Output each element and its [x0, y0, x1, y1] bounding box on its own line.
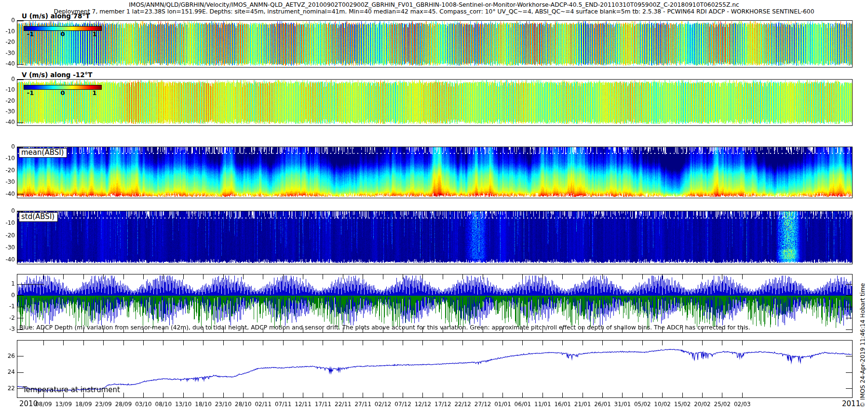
x-axis-tick	[303, 393, 303, 397]
x-axis-tick	[443, 328, 443, 332]
x-axis-tick	[722, 274, 722, 279]
x-axis-tick	[323, 341, 323, 345]
x-axis-tick	[583, 341, 583, 345]
x-axis-tick	[562, 393, 563, 397]
x-axis-tick	[483, 393, 483, 397]
x-axis-tick	[383, 393, 383, 397]
x-axis-tick	[283, 274, 284, 279]
x-axis-tick	[682, 393, 683, 397]
x-tick-label: 10/02	[654, 401, 671, 408]
panel-temperature: Temperature at instrument	[17, 340, 853, 398]
x-axis-tick	[83, 393, 84, 397]
x-axis-year-end: 2011	[842, 399, 860, 408]
y-axis-tick	[17, 295, 24, 296]
x-tick-label: 21/01	[574, 401, 591, 408]
y-axis-tick	[17, 64, 24, 65]
surface-blank-dotted-line	[18, 153, 852, 154]
x-axis-tick	[622, 274, 623, 279]
x-axis-tick	[203, 328, 203, 332]
x-axis-tick	[43, 393, 44, 397]
x-axis-tick	[203, 393, 203, 397]
figure-title-line1: IMOS/ANMN/QLD/GBRHIN/Velocity/IMOS_ANMN-…	[0, 1, 868, 8]
x-axis-tick	[462, 328, 463, 332]
x-tick-label: 23/09	[95, 401, 112, 408]
x-tick-label: 11/01	[534, 401, 551, 408]
y-axis-tick	[17, 21, 24, 21]
x-axis-tick	[83, 274, 84, 279]
x-axis-tick	[143, 328, 144, 332]
x-axis-tick	[682, 274, 683, 279]
x-axis-tick	[283, 393, 284, 397]
y-axis-tick	[17, 329, 24, 330]
y-tick-label: 0	[0, 292, 15, 299]
x-axis-tick	[43, 328, 44, 332]
u-colorbar-tick-min: -1	[27, 30, 34, 38]
y-tick-label: -10	[0, 219, 15, 226]
y-tick-label: -2	[0, 314, 15, 321]
v-colorbar-tick-mid: 0	[60, 89, 65, 96]
y-tick-label: -40	[0, 60, 15, 67]
y-tick-label: -10	[0, 155, 15, 162]
x-tick-label: 20/02	[694, 401, 711, 408]
y-tick-label: -3	[0, 326, 15, 332]
x-axis-tick	[742, 328, 743, 332]
x-tick-label: 05/02	[634, 401, 651, 408]
x-axis-tick	[583, 328, 583, 332]
x-axis-tick	[283, 341, 284, 345]
x-axis-tick	[502, 393, 503, 397]
y-tick-label: 24	[0, 369, 15, 375]
x-axis-tick	[163, 328, 163, 332]
x-axis-tick	[183, 328, 184, 332]
x-tick-label: 13/10	[175, 401, 192, 408]
x-axis-tick	[203, 274, 203, 279]
x-axis-tick	[183, 393, 184, 397]
x-axis-tick	[183, 341, 184, 345]
x-axis-tick	[462, 341, 463, 345]
x-axis-tick	[662, 341, 663, 345]
x-axis-tick	[682, 328, 683, 332]
x-axis-tick	[143, 393, 144, 397]
x-tick-label: 13/09	[55, 401, 72, 408]
x-axis-tick	[422, 341, 423, 345]
x-axis-tick	[483, 341, 483, 345]
x-axis-tick	[682, 341, 683, 345]
x-axis-tick	[303, 341, 303, 345]
x-axis-tick	[223, 341, 224, 345]
x-axis-tick	[462, 274, 463, 279]
x-tick-label: 06/01	[515, 401, 531, 408]
x-tick-label: 02/11	[255, 401, 271, 408]
x-tick-label: 08/10	[155, 401, 172, 408]
x-tick-label: 25/02	[714, 401, 731, 408]
y-axis-tick	[17, 318, 24, 318]
x-axis-tick	[562, 341, 563, 345]
mean-absi-label: mean(ABSI)	[19, 148, 67, 158]
x-axis-tick	[642, 274, 643, 279]
depth-variation-spikes-canvas	[17, 274, 852, 332]
x-axis-tick	[642, 341, 643, 345]
x-axis-tick	[103, 274, 104, 279]
x-tick-label: 12/11	[295, 401, 312, 408]
x-tick-label: 03/10	[135, 401, 152, 408]
depth-variation-note: Blue: ADCP Depth (m) variation from sens…	[19, 324, 750, 331]
y-axis-tick	[17, 356, 24, 356]
x-axis-tick	[223, 328, 224, 332]
x-tick-label: 02/03	[734, 401, 751, 408]
y-tick-label: 1	[0, 280, 15, 287]
x-axis-tick	[343, 328, 343, 332]
x-axis-tick	[443, 341, 443, 345]
x-axis-tick	[183, 274, 184, 279]
x-axis-tick	[542, 393, 543, 397]
adcp-deployment-figure: IMOS/ANMN/QLD/GBRHIN/Velocity/IMOS_ANMN-…	[0, 0, 868, 410]
y-axis-tick	[17, 260, 24, 260]
u-colorbar-tick-mid: 0	[60, 30, 65, 38]
x-axis-tick	[343, 341, 343, 345]
x-axis-tick	[243, 328, 244, 332]
x-axis-tick	[123, 328, 124, 332]
x-axis-tick	[602, 328, 603, 332]
x-axis-tick	[422, 393, 423, 397]
x-tick-label: 28/09	[115, 401, 132, 408]
x-axis-tick	[83, 328, 84, 332]
x-axis-tick	[702, 393, 703, 397]
u-velocity-heatmap-canvas	[17, 21, 852, 67]
x-axis-tick	[622, 341, 623, 345]
